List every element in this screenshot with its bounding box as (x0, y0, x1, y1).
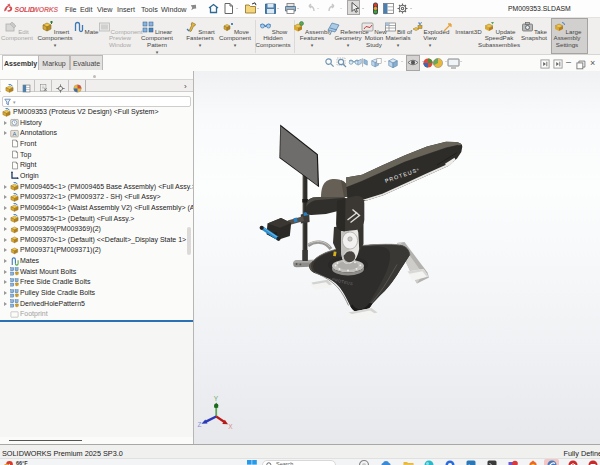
svg-text:WORKS: WORKS (33, 6, 59, 13)
svg-text:Y: Y (214, 395, 219, 402)
svg-text:X: X (228, 423, 233, 430)
svg-text:Z: Z (198, 421, 202, 428)
